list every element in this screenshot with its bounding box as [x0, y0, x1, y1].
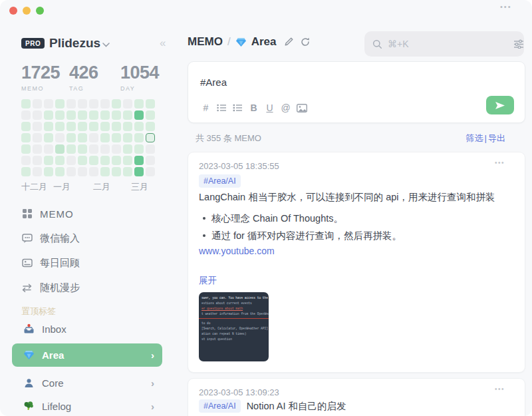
expand-link[interactable]: 展开 [199, 275, 217, 287]
heatmap-cell[interactable] [112, 133, 121, 142]
heatmap-cell[interactable] [44, 156, 53, 165]
close-window-button[interactable] [9, 7, 17, 15]
heatmap-cell[interactable] [33, 156, 42, 165]
heatmap-cell[interactable] [89, 122, 98, 131]
heatmap-cell[interactable] [33, 110, 42, 120]
sidebar-item-daily-review[interactable]: 每日回顾 [21, 256, 80, 270]
heatmap-cell[interactable] [78, 144, 87, 154]
heatmap-cell[interactable] [89, 167, 98, 176]
heatmap-cell[interactable] [66, 133, 76, 142]
heatmap-cell[interactable] [66, 110, 76, 120]
heatmap-cell[interactable] [44, 99, 53, 108]
heatmap-cell[interactable] [55, 110, 65, 120]
heatmap-cell[interactable] [21, 122, 31, 131]
heatmap-cell[interactable] [134, 144, 144, 154]
heatmap-cell[interactable] [21, 99, 31, 108]
heatmap-cell[interactable] [123, 110, 132, 120]
minimize-window-button[interactable] [23, 7, 31, 15]
heatmap-cell[interactable] [134, 133, 144, 142]
heatmap-cell[interactable] [123, 99, 132, 108]
heatmap-cell[interactable] [44, 167, 53, 176]
heatmap-cell[interactable] [123, 122, 132, 131]
heatmap-cell[interactable] [112, 110, 121, 120]
heatmap-cell[interactable] [44, 133, 53, 142]
heatmap-cell[interactable] [100, 110, 110, 120]
heatmap-cell[interactable] [55, 122, 65, 131]
heatmap-cell[interactable] [66, 122, 76, 131]
heatmap-cell[interactable] [112, 167, 121, 176]
heatmap-cell[interactable] [21, 110, 31, 120]
chevron-right-icon[interactable]: › [151, 377, 154, 389]
heatmap-cell[interactable] [66, 144, 76, 154]
sidebar-item-random-walk[interactable]: 随机漫步 [21, 280, 80, 295]
heatmap-cell[interactable] [78, 133, 87, 142]
heatmap-cell[interactable] [89, 133, 98, 142]
collapse-sidebar-icon[interactable]: « [160, 37, 166, 50]
heatmap-cell[interactable] [89, 144, 98, 154]
heatmap-cell[interactable] [78, 99, 87, 108]
search-box[interactable] [364, 31, 524, 57]
image-icon[interactable] [296, 102, 307, 114]
heatmap-cell[interactable] [55, 144, 65, 154]
tag-tool-icon[interactable]: # [200, 102, 211, 114]
heatmap-cell[interactable] [112, 156, 121, 165]
heatmap-cell[interactable] [100, 144, 110, 154]
heatmap-cell[interactable] [112, 144, 121, 154]
heatmap-cell[interactable] [21, 156, 31, 165]
chevron-down-icon[interactable] [102, 43, 110, 47]
heatmap-cell[interactable] [134, 156, 144, 165]
memo-attachment-code-image[interactable]: swer, you can. You have access to the fo… [199, 292, 269, 361]
heatmap-cell[interactable] [66, 167, 76, 176]
heatmap-cell[interactable] [66, 99, 76, 108]
heatmap-cell[interactable] [146, 99, 155, 108]
heatmap-cell[interactable] [33, 144, 42, 154]
filter-sliders-icon[interactable] [513, 39, 524, 49]
zoom-window-button[interactable] [36, 7, 44, 15]
heatmap-cell[interactable] [55, 133, 65, 142]
heatmap-cell[interactable] [66, 156, 76, 165]
heatmap-cell[interactable] [21, 133, 31, 142]
heatmap-cell[interactable] [100, 156, 110, 165]
heatmap-cell[interactable] [44, 122, 53, 131]
heatmap-cell[interactable] [112, 122, 121, 131]
window-more-icon[interactable]: ••• [500, 3, 512, 11]
heatmap-cell[interactable] [134, 122, 144, 131]
heatmap-cell[interactable] [78, 167, 87, 176]
heatmap-cell[interactable] [134, 167, 144, 176]
send-button[interactable] [486, 96, 514, 114]
username[interactable]: Plidezus [49, 36, 100, 51]
heatmap-cell[interactable] [146, 122, 155, 131]
heatmap-cell[interactable] [33, 99, 42, 108]
underline-icon[interactable]: U [264, 102, 275, 114]
heatmap-cell[interactable] [146, 110, 155, 120]
heatmap-cell[interactable] [33, 122, 42, 131]
heatmap-cell[interactable] [78, 156, 87, 165]
memo-more-icon[interactable]: ••• [495, 159, 505, 166]
search-input[interactable] [388, 39, 508, 49]
memo-link[interactable]: www.youtube.com [199, 246, 275, 256]
sidebar-item-wechat-input[interactable]: 微信输入 [21, 231, 80, 246]
heatmap-cell[interactable] [123, 167, 132, 176]
export-link[interactable]: 导出 [488, 133, 505, 143]
sidebar-tag-area[interactable]: Area › [12, 343, 162, 367]
heatmap-cell[interactable] [21, 144, 31, 154]
bullet-list-icon[interactable] [216, 102, 227, 114]
sidebar-tag-inbox[interactable]: Inbox [12, 318, 162, 339]
memo-tag-chip[interactable]: #Area/AI [199, 174, 241, 188]
heatmap-cell[interactable] [78, 122, 87, 131]
sidebar-item-memo[interactable]: MEMO [21, 206, 74, 221]
bold-icon[interactable]: B [248, 102, 259, 114]
heatmap-cell[interactable] [44, 110, 53, 120]
memo-tag-chip[interactable]: #Area/AI [199, 399, 241, 413]
numbered-list-icon[interactable] [232, 102, 243, 114]
sidebar-tag-core[interactable]: Core › [12, 372, 162, 393]
heatmap-cell[interactable] [89, 110, 98, 120]
heatmap-cell[interactable] [21, 167, 31, 176]
heatmap-cell[interactable] [123, 133, 132, 142]
memo-editor[interactable]: #Area # B U @ [188, 61, 525, 123]
heatmap-cell[interactable] [55, 167, 65, 176]
filter-link[interactable]: 筛选 [466, 133, 483, 143]
heatmap-cell[interactable] [89, 99, 98, 108]
heatmap-cell[interactable] [44, 144, 53, 154]
sidebar-tag-lifelog[interactable]: Lifelog › [12, 395, 162, 416]
